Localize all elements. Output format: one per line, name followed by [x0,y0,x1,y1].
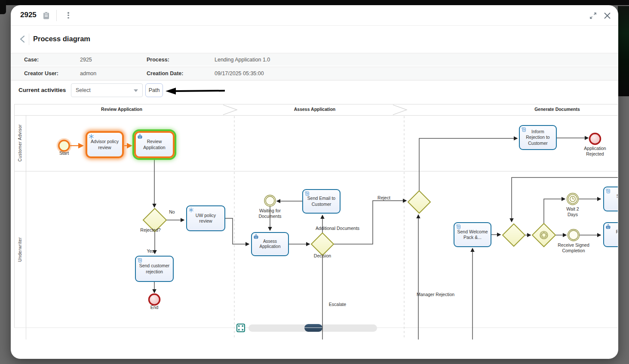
task-send-welcome-pack[interactable]: Send Welcome Pack &... [454,222,491,247]
info-table-border [11,80,618,80]
lane-underwriter: Underwriter [14,171,26,327]
creation-date-label: Creation Date: [147,70,215,76]
case-id-title: 2925 [20,11,37,19]
edge-label-escalate: Escalate [320,302,355,307]
edge-label-additional-documents: Additional Documents [314,226,361,231]
waiting-for-documents-event[interactable] [264,195,276,206]
scroll-icon [456,224,461,229]
task-label: Send Email to Customer [305,196,338,207]
edge-label-yes: Yes [142,248,159,254]
expand-icon[interactable] [589,12,597,20]
back-button[interactable] [18,34,28,44]
creation-date-value: 09/17/2025 05:35:00 [215,70,618,76]
edge-label-no: No [163,209,181,215]
snowflake-icon [89,134,94,139]
task-review-documents-clipped[interactable]: Revie Do [603,222,618,247]
scroll-icon [521,127,527,132]
path-button[interactable]: Path [145,83,163,97]
creator-user-value: admon [80,70,147,76]
rejected-gateway-label: Rejected? [138,227,163,233]
caret-down-icon [134,89,138,92]
background-top-bar [0,0,629,5]
header-divider [29,34,29,45]
waiting-for-documents-label: Waiting for Documents [252,208,288,219]
task-label: Review Application [138,139,171,150]
phase-assess-application: Assess Application [272,107,358,112]
robot-icon [605,224,611,229]
edge-label-manager-rejection: Manager Rejection [417,292,460,297]
start-event-label: Start [53,150,75,156]
current-activities-select[interactable]: Select [71,83,143,97]
dialog-titlebar: 2925 [11,5,618,26]
task-inform-rejection-to-customer[interactable]: Inform Rejection to Customer [519,125,557,150]
clipboard-icon[interactable] [43,11,50,20]
process-label: Process: [147,57,215,63]
application-rejected-end-event[interactable] [590,134,601,144]
reject-merge-gateway[interactable] [408,191,430,213]
task-send-reminder-clipped[interactable]: Send Re [603,187,618,211]
task-label: Send [617,193,618,199]
timer-event[interactable] [567,193,579,205]
task-uw-policy-review[interactable]: UW policy review [186,205,225,231]
decision-gateway-label: Decision [305,253,340,259]
page-header: Process diagram [11,26,618,53]
decision-gateway[interactable] [311,233,334,255]
task-label: Assess Application [254,239,286,250]
background-left-notch [0,0,6,14]
case-value: 2925 [80,57,147,63]
scroll-icon [605,188,611,194]
edge-label-reject: Reject [371,195,397,201]
receive-signed-completion-label: Receive Signed Completion [555,242,592,254]
task-review-application[interactable]: Review Application [134,131,175,158]
receive-signed-completion-event[interactable] [568,229,580,241]
phase-review-application: Review Application [79,107,165,112]
task-label: Advisor policy review [89,139,120,150]
task-label: UW policy review [189,213,223,224]
task-assess-application[interactable]: Assess Application [251,232,289,256]
task-send-email-to-customer[interactable]: Send Email to Customer [302,189,341,214]
scroll-icon [304,191,310,196]
snowflake-icon [188,207,194,213]
info-row-creator: Creator User: admon Creation Date: 09/17… [11,67,618,80]
task-label: Send customer rejection [138,263,171,274]
creator-user-label: Creator User: [24,70,80,76]
process-diagram-canvas[interactable]: Review Application Assess Application Ge… [14,104,618,340]
end-event[interactable] [149,294,160,305]
task-send-customer-rejection[interactable]: Send customer rejection [135,256,174,282]
close-icon[interactable] [603,12,611,20]
merge-gateway-2[interactable] [503,224,525,246]
end-event-label: End [144,305,165,310]
current-activities-label: Current activities [18,87,66,93]
robot-icon [137,134,143,139]
task-label: Send Welcome Pack &... [456,229,489,240]
select-value: Select [76,87,91,93]
case-label: Case: [24,57,80,63]
case-dialog: 2925 Process diagram Case: 2925 Pro [11,5,618,359]
phase-generate-documents: Generate Documents [514,107,600,112]
scroll-icon [137,257,143,263]
info-row-case: Case: 2925 Process: Lending Application … [11,53,618,66]
robot-icon [253,234,259,239]
fit-screen-icon [238,325,244,331]
annotation-arrow-icon [165,86,227,96]
page-title: Process diagram [33,35,90,43]
event-based-gateway[interactable] [532,223,555,247]
task-label: Revie [616,229,618,235]
task-advisor-policy-review[interactable]: Advisor policy review [86,131,124,158]
fit-screen-button[interactable] [236,324,245,332]
background-page-sliver [618,6,629,96]
process-value: Lending Application 1.0 [215,57,618,63]
kebab-menu-icon[interactable] [65,11,72,20]
titlebar-divider [56,10,57,21]
lane-customer-advisor: Customer Advisor [14,115,26,171]
wait-2-days-label: Wait 2 Days [564,206,581,217]
application-rejected-label: Application Rejected [577,146,613,157]
